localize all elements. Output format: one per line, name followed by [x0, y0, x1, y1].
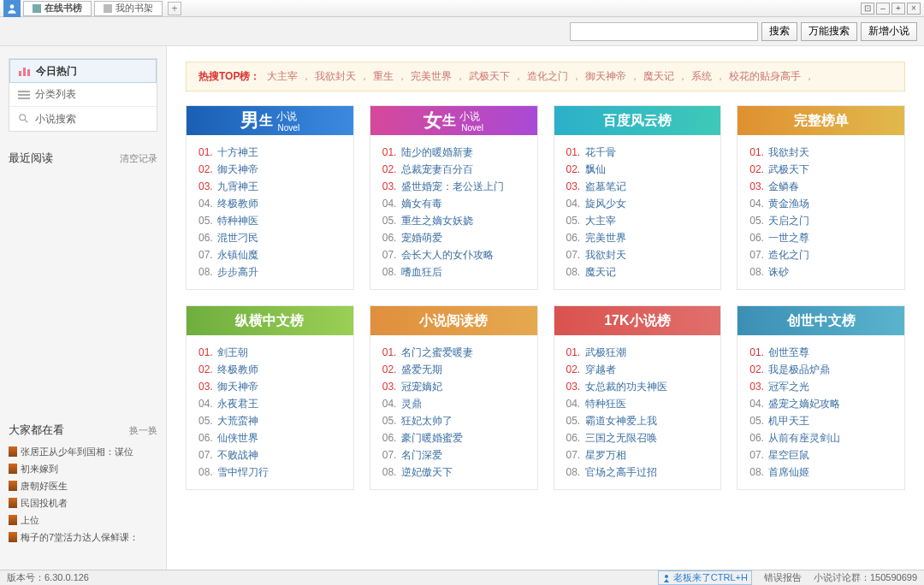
rank-title[interactable]: 仙侠世界 — [217, 431, 258, 446]
rank-title[interactable]: 创世至尊 — [768, 346, 809, 360]
rank-title[interactable]: 盗墓笔记 — [585, 180, 626, 194]
rank-item[interactable]: 07.星罗万相 — [566, 446, 709, 464]
rank-title[interactable]: 御天神帝 — [217, 162, 258, 177]
rank-item[interactable]: 07.不败战神 — [198, 446, 341, 464]
banner-link[interactable]: 御天神帝 — [585, 70, 626, 82]
rank-title[interactable]: 步步高升 — [217, 265, 258, 280]
rank-item[interactable]: 04.永夜君王 — [198, 395, 341, 412]
rank-item[interactable]: 02.总裁宠妻百分百 — [382, 161, 525, 178]
rank-title[interactable]: 金鳞春 — [768, 180, 799, 194]
window-minimize[interactable]: – — [876, 3, 890, 15]
rank-title[interactable]: 三国之无限召唤 — [585, 431, 657, 446]
card-header[interactable]: 女生小说Novel — [370, 106, 537, 135]
rank-title[interactable]: 豪门暖婚蜜爱 — [401, 431, 463, 446]
search-button[interactable]: 搜索 — [761, 22, 797, 41]
rank-title[interactable]: 盛爱无期 — [401, 363, 442, 377]
rank-item[interactable]: 01.创世至尊 — [749, 344, 892, 361]
rank-title[interactable]: 特种狂医 — [585, 397, 626, 411]
rank-title[interactable]: 大荒蛮神 — [217, 414, 258, 428]
rank-title[interactable]: 黄金渔场 — [768, 197, 809, 211]
rank-item[interactable]: 07.造化之门 — [749, 246, 892, 263]
sidebar-tab-hot[interactable]: 今日热门 — [9, 59, 157, 83]
rank-item[interactable]: 04.黄金渔场 — [749, 195, 892, 212]
rank-item[interactable]: 08.诛砂 — [749, 263, 892, 281]
rank-item[interactable]: 05.特种神医 — [198, 212, 341, 229]
rank-title[interactable]: 十方神王 — [217, 145, 258, 160]
rank-item[interactable]: 08.首席仙姬 — [749, 464, 892, 481]
rank-title[interactable]: 首席仙姬 — [768, 465, 809, 480]
rank-title[interactable]: 会长大人的女仆攻略 — [401, 248, 494, 263]
rank-title[interactable]: 我欲封天 — [585, 248, 626, 263]
everyone-item[interactable]: 初来嫁到 — [9, 460, 157, 477]
sidebar-tab-category[interactable]: 分类列表 — [9, 83, 157, 107]
rank-item[interactable]: 08.官场之高手过招 — [566, 464, 709, 481]
rank-item[interactable]: 08.嗜血狂后 — [382, 263, 525, 281]
rank-title[interactable]: 冠军之光 — [768, 380, 809, 394]
rank-title[interactable]: 剑王朝 — [217, 346, 248, 360]
everyone-item[interactable]: 民国投机者 — [9, 494, 157, 511]
rank-title[interactable]: 陆少的暖婚新妻 — [401, 145, 473, 160]
rank-title[interactable]: 狂妃太帅了 — [401, 414, 453, 428]
rank-item[interactable]: 04.特种狂医 — [566, 395, 709, 412]
rank-item[interactable]: 01.名门之蜜爱暖妻 — [382, 344, 525, 361]
banner-link[interactable]: 武极天下 — [469, 70, 510, 82]
card-header[interactable]: 创世中文榜 — [737, 306, 904, 335]
swap-action[interactable]: 换一换 — [129, 424, 157, 437]
rank-title[interactable]: 重生之嫡女妖娆 — [401, 214, 473, 228]
rank-title[interactable]: 武极天下 — [768, 162, 809, 177]
everyone-item[interactable]: 梅子的7堂活力达人保鲜课： — [9, 529, 157, 546]
card-header[interactable]: 17K小说榜 — [554, 306, 721, 335]
rank-item[interactable]: 03.九霄神王 — [198, 178, 341, 195]
rank-item[interactable]: 03.御天神帝 — [198, 378, 341, 395]
rank-title[interactable]: 女总裁的功夫神医 — [585, 380, 667, 394]
window-maximize[interactable]: + — [891, 3, 905, 15]
rank-title[interactable]: 逆妃傲天下 — [401, 465, 453, 480]
rank-title[interactable]: 我欲封天 — [768, 145, 809, 160]
rank-item[interactable]: 03.盛世婚宠：老公送上门 — [382, 178, 525, 195]
card-header[interactable]: 小说阅读榜 — [370, 306, 537, 335]
search-input[interactable] — [570, 22, 758, 41]
rank-item[interactable]: 05.霸道女神爱上我 — [566, 412, 709, 429]
rank-title[interactable]: 嫡女有毒 — [401, 197, 442, 211]
rank-item[interactable]: 02.御天神帝 — [198, 161, 341, 178]
rank-item[interactable]: 06.完美世界 — [566, 229, 709, 246]
rank-title[interactable]: 星空巨鼠 — [768, 448, 809, 463]
rank-item[interactable]: 07.会长大人的女仆攻略 — [382, 246, 525, 263]
rank-title[interactable]: 霸道女神爱上我 — [585, 414, 657, 428]
rank-item[interactable]: 03.冠军之光 — [749, 378, 892, 395]
rank-item[interactable]: 01.剑王朝 — [198, 344, 341, 361]
sidebar-tab-search[interactable]: 小说搜索 — [9, 107, 157, 131]
banner-link[interactable]: 我欲封天 — [315, 70, 356, 82]
rank-title[interactable]: 大主宰 — [585, 214, 616, 228]
rank-item[interactable]: 06.仙侠世界 — [198, 429, 341, 446]
rank-title[interactable]: 特种神医 — [217, 214, 258, 228]
rank-title[interactable]: 混世刁民 — [217, 231, 258, 245]
rank-title[interactable]: 花千骨 — [585, 145, 616, 160]
tab-online-rank[interactable]: 在线书榜 — [23, 1, 92, 16]
rank-title[interactable]: 盛世婚宠：老公送上门 — [401, 180, 504, 194]
rank-item[interactable]: 07.名门深爱 — [382, 446, 525, 464]
banner-link[interactable]: 完美世界 — [411, 70, 452, 82]
everyone-item[interactable]: 上位 — [9, 511, 157, 529]
card-header[interactable]: 男生小说Novel — [187, 106, 353, 135]
rank-item[interactable]: 08.雪中悍刀行 — [198, 464, 341, 481]
window-settings[interactable]: ⊡ — [861, 3, 874, 15]
banner-link[interactable]: 大主宰 — [267, 70, 298, 82]
rank-item[interactable]: 05.天启之门 — [749, 212, 892, 229]
everyone-item[interactable]: 张居正从少年到国相：谋位 — [9, 443, 157, 460]
rank-item[interactable]: 07.永镇仙魔 — [198, 246, 341, 263]
rank-title[interactable]: 名门之蜜爱暖妻 — [401, 346, 473, 360]
rank-title[interactable]: 星罗万相 — [585, 448, 626, 463]
rank-title[interactable]: 永镇仙魔 — [217, 248, 258, 263]
rank-title[interactable]: 总裁宠妻百分百 — [401, 162, 473, 177]
rank-title[interactable]: 我是极品炉鼎 — [768, 363, 830, 377]
rank-item[interactable]: 03.金鳞春 — [749, 178, 892, 195]
rank-item[interactable]: 02.终极教师 — [198, 361, 341, 378]
rank-item[interactable]: 04.盛宠之嫡妃攻略 — [749, 395, 892, 412]
rank-item[interactable]: 05.机甲天王 — [749, 412, 892, 429]
rank-item[interactable]: 05.大荒蛮神 — [198, 412, 341, 429]
rank-item[interactable]: 05.重生之嫡女妖娆 — [382, 212, 525, 229]
rank-title[interactable]: 宠婚萌爱 — [401, 231, 442, 245]
rank-title[interactable]: 不败战神 — [217, 448, 258, 463]
card-header[interactable]: 纵横中文榜 — [187, 306, 353, 335]
